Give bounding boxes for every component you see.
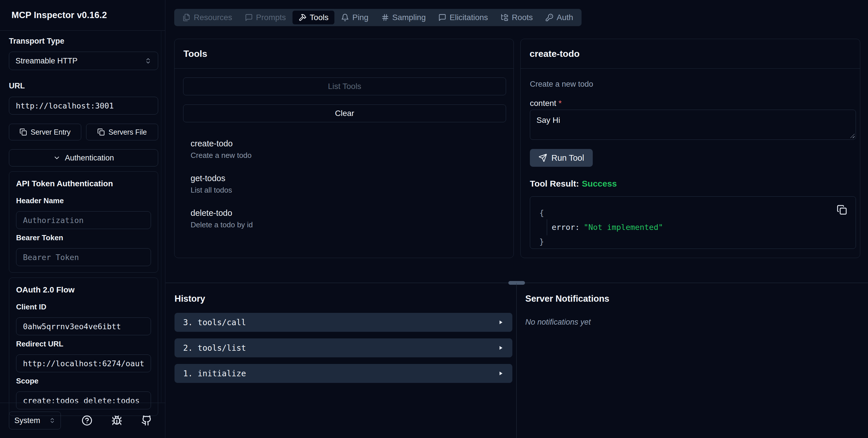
tool-detail-title: create-todo <box>530 49 580 59</box>
tools-panel-header: Tools <box>175 39 514 69</box>
server-notifications-title: Server Notifications <box>525 293 868 304</box>
api-token-auth-title: API Token Authentication <box>16 179 151 188</box>
server-entry-label: Server Entry <box>31 128 71 136</box>
sidebar-header: MCP Inspector v0.16.2 <box>0 0 165 31</box>
bearer-token-label: Bearer Token <box>16 233 151 242</box>
authentication-toggle[interactable]: Authentication <box>9 149 158 166</box>
tool-detail-header: create-todo <box>521 39 860 69</box>
bearer-token-input[interactable] <box>16 248 151 266</box>
servers-file-button[interactable]: Servers File <box>86 124 158 140</box>
content-field-label: content* <box>530 99 856 108</box>
folder-tree-icon <box>501 13 508 22</box>
tab-roots[interactable]: Roots <box>495 11 539 24</box>
tab-label: Elicitations <box>450 13 488 22</box>
tool-item-get-todos[interactable]: get-todos List all todos <box>191 174 506 195</box>
tab-resources[interactable]: Resources <box>177 11 238 24</box>
tool-item-delete-todo[interactable]: delete-todo Delete a todo by id <box>191 208 506 229</box>
tab-auth[interactable]: Auth <box>539 11 579 24</box>
help-button[interactable] <box>82 415 92 426</box>
github-button[interactable] <box>141 415 152 426</box>
tool-detail-description: Create a new todo <box>530 80 856 89</box>
history-item-label: 2. tools/list <box>183 343 246 353</box>
client-id-input[interactable] <box>16 317 151 335</box>
tool-result-label: Tool Result: <box>530 179 579 188</box>
tool-result-status: Success <box>582 179 617 188</box>
tools-panel-body: List Tools Clear create-todo Create a ne… <box>175 69 514 229</box>
result-json-block: { error:"Not implemented" } <box>530 196 856 249</box>
content-field-input[interactable]: Say Hi <box>530 110 856 140</box>
tab-elicitations[interactable]: Elicitations <box>432 11 494 24</box>
url-input[interactable] <box>9 97 158 115</box>
tool-description: Delete a todo by id <box>191 220 506 229</box>
tool-name: get-todos <box>191 174 506 183</box>
main-content: Resources Prompts Tools Ping Sampling <box>166 0 868 438</box>
json-line-close: } <box>539 234 847 249</box>
transport-type-select[interactable]: Streamable HTTP <box>9 52 158 70</box>
theme-value: System <box>14 416 40 425</box>
message-square-icon <box>438 13 446 22</box>
help-circle-icon <box>82 415 92 426</box>
server-notifications-panel: Server Notifications No notifications ye… <box>517 283 868 438</box>
tab-label: Auth <box>557 13 573 22</box>
tab-tools[interactable]: Tools <box>292 11 334 24</box>
run-tool-button[interactable]: Run Tool <box>530 149 593 167</box>
tab-label: Tools <box>310 13 329 22</box>
chevron-down-icon <box>53 154 61 162</box>
transport-type-value: Streamable HTTP <box>16 57 78 65</box>
history-title: History <box>175 293 513 304</box>
report-bug-button[interactable] <box>112 415 122 426</box>
json-line-open: { <box>539 206 847 220</box>
url-label: URL <box>9 82 158 90</box>
tool-detail-panel: create-todo Create a new todo content* S… <box>520 39 860 258</box>
header-name-input[interactable] <box>16 211 151 229</box>
tool-description: List all todos <box>191 186 506 195</box>
key-icon <box>546 13 553 22</box>
play-icon <box>497 370 504 377</box>
content-field-wrap: Say Hi <box>530 110 856 140</box>
required-asterisk: * <box>559 99 562 107</box>
tab-label: Prompts <box>256 13 286 22</box>
history-item-initialize[interactable]: 1. initialize <box>175 364 513 383</box>
clear-button[interactable]: Clear <box>183 104 506 122</box>
bell-icon <box>341 13 349 22</box>
history-item-tools-list[interactable]: 2. tools/list <box>175 338 513 357</box>
theme-select[interactable]: System <box>9 412 61 429</box>
copy-result-button[interactable] <box>837 205 847 215</box>
chevrons-up-down-icon <box>145 57 152 64</box>
files-icon <box>183 13 191 22</box>
app-title: MCP Inspector v0.16.2 <box>11 10 107 20</box>
tool-list: create-todo Create a new todo get-todos … <box>183 139 506 229</box>
sidebar-body: Transport Type Streamable HTTP URL Serve… <box>0 31 165 416</box>
json-value: "Not implemented" <box>584 223 663 231</box>
servers-file-label: Servers File <box>108 128 147 136</box>
scope-label: Scope <box>16 377 151 385</box>
tool-detail-body: Create a new todo content* Say Hi Run To… <box>521 80 860 249</box>
history-item-tools-call[interactable]: 3. tools/call <box>175 313 513 332</box>
bug-icon <box>112 415 122 426</box>
tab-label: Resources <box>194 13 232 22</box>
footer-icons <box>82 415 152 426</box>
history-item-label: 3. tools/call <box>183 318 246 327</box>
sidebar-actions: Server Entry Servers File <box>9 124 158 140</box>
hammer-icon <box>299 13 307 22</box>
transport-type-label: Transport Type <box>9 37 158 45</box>
json-key: error: <box>552 223 580 231</box>
sidebar: MCP Inspector v0.16.2 Transport Type Str… <box>0 0 165 438</box>
client-id-label: Client ID <box>16 303 151 311</box>
tab-label: Sampling <box>392 13 426 22</box>
tool-item-create-todo[interactable]: create-todo Create a new todo <box>191 139 506 160</box>
oauth-flow-section: OAuth 2.0 Flow Client ID Redirect URL Sc… <box>9 278 158 416</box>
tab-ping[interactable]: Ping <box>335 11 374 24</box>
list-tools-button[interactable]: List Tools <box>183 77 506 95</box>
tool-description: Create a new todo <box>191 151 506 160</box>
tools-panel: Tools List Tools Clear create-todo Creat… <box>174 39 514 258</box>
tool-name: create-todo <box>191 139 506 148</box>
notifications-empty-message: No notifications yet <box>525 318 868 326</box>
copy-icon <box>97 128 105 136</box>
history-panel: History 3. tools/call 2. tools/list 1. i… <box>166 283 516 438</box>
redirect-url-input[interactable] <box>16 354 151 372</box>
tab-prompts[interactable]: Prompts <box>239 11 292 24</box>
github-icon <box>141 415 152 426</box>
server-entry-button[interactable]: Server Entry <box>9 124 81 140</box>
tab-sampling[interactable]: Sampling <box>375 11 432 24</box>
